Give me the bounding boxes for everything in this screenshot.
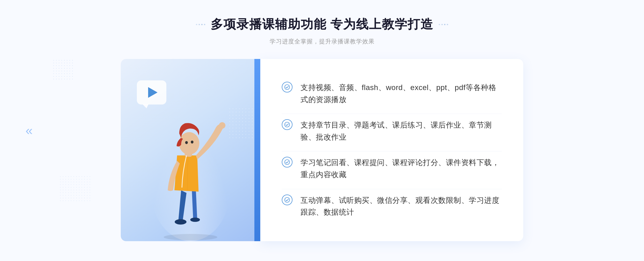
svg-point-7 bbox=[219, 122, 225, 129]
feature-text-4: 互动弹幕、试听购买、微信分享、观看次数限制、学习进度跟踪、数据统计 bbox=[301, 195, 502, 219]
feature-item-1: 支持视频、音频、flash、word、excel、ppt、pdf等各种格式的资源… bbox=[282, 76, 502, 111]
feature-text-3: 学习笔记回看、课程提问、课程评论打分、课件资料下载，重点内容收藏 bbox=[301, 157, 502, 181]
title-decorator-right bbox=[439, 24, 448, 25]
dots-decoration-left bbox=[52, 59, 74, 80]
svg-point-11 bbox=[285, 160, 290, 165]
main-title: 多项录播课辅助功能 专为线上教学打造 bbox=[211, 16, 434, 33]
page-container: « 多项录播课辅助功能 专为线上教学打造 学习进度全掌握，提升录播课教学效果 bbox=[0, 0, 644, 261]
feature-text-1: 支持视频、音频、flash、word、excel、ppt、pdf等各种格式的资源… bbox=[301, 82, 502, 106]
dots-decoration-bottom-left bbox=[59, 175, 91, 202]
check-icon-3 bbox=[282, 157, 292, 167]
connector-bar bbox=[254, 59, 260, 241]
feature-item-2: 支持章节目录、弹题考试、课后练习、课后作业、章节测验、批改作业 bbox=[282, 114, 502, 149]
svg-point-6 bbox=[191, 141, 193, 144]
figure-container bbox=[121, 91, 260, 241]
svg-point-0 bbox=[164, 234, 217, 240]
check-icon-1 bbox=[282, 82, 292, 92]
svg-point-10 bbox=[285, 122, 290, 127]
title-row: 多项录播课辅助功能 专为线上教学打造 bbox=[196, 16, 448, 33]
svg-point-12 bbox=[285, 197, 290, 202]
chevron-left-decoration: « bbox=[25, 124, 33, 137]
title-decorator-left bbox=[196, 24, 205, 25]
svg-point-2 bbox=[190, 218, 200, 222]
feature-text-2: 支持章节目录、弹题考试、课后练习、课后作业、章节测验、批改作业 bbox=[301, 119, 502, 143]
subtitle: 学习进度全掌握，提升录播课教学效果 bbox=[196, 38, 448, 46]
person-illustration bbox=[140, 91, 241, 241]
feature-item-4: 互动弹幕、试听购买、微信分享、观看次数限制、学习进度跟踪、数据统计 bbox=[282, 189, 502, 224]
svg-point-1 bbox=[175, 219, 186, 225]
svg-point-9 bbox=[285, 85, 290, 90]
feature-item-3: 学习笔记回看、课程提问、课程评论打分、课件资料下载，重点内容收藏 bbox=[282, 151, 502, 186]
svg-point-5 bbox=[185, 141, 188, 144]
check-icon-4 bbox=[282, 195, 292, 205]
check-icon-2 bbox=[282, 119, 292, 130]
header-section: 多项录播课辅助功能 专为线上教学打造 学习进度全掌握，提升录播课教学效果 bbox=[196, 16, 448, 46]
main-content: 支持视频、音频、flash、word、excel、ppt、pdf等各种格式的资源… bbox=[121, 59, 523, 241]
illustration-panel bbox=[121, 59, 260, 241]
features-panel: 支持视频、音频、flash、word、excel、ppt、pdf等各种格式的资源… bbox=[260, 59, 523, 241]
svg-point-4 bbox=[179, 132, 199, 155]
